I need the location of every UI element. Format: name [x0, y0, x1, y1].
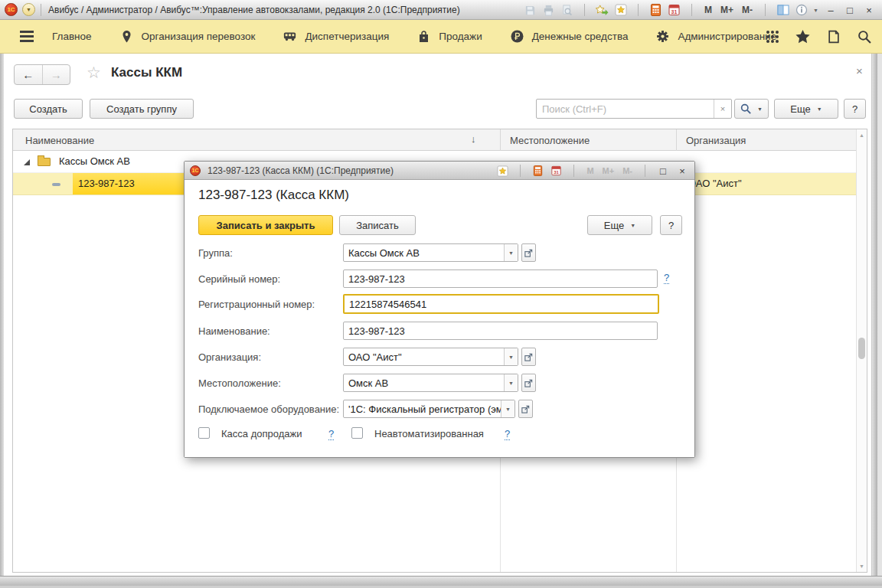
split-window-icon[interactable] [776, 4, 789, 17]
scrollbar-thumb[interactable] [858, 338, 865, 359]
favorites-add-icon[interactable] [614, 4, 627, 17]
equipment-value: '1С: Фискальный регистратор (эм [344, 400, 501, 417]
table-header: Наименование Местоположение Организация … [13, 129, 856, 151]
more-button[interactable]: Еще ▼ [774, 99, 838, 119]
nonautomated-help-link[interactable]: ? [505, 428, 510, 440]
create-button[interactable]: Создать [14, 99, 83, 119]
window-scrollbar-track[interactable] [871, 54, 877, 576]
search-icon [740, 103, 751, 114]
info-dropdown-icon[interactable]: ▼ [813, 8, 818, 13]
scroll-up-icon[interactable]: ▲ [857, 132, 867, 138]
dialog-help-button[interactable]: ? [660, 215, 682, 235]
search-clear-icon[interactable]: × [714, 100, 731, 118]
chevron-down-icon[interactable]: ▼ [504, 348, 518, 365]
location-open-button[interactable] [521, 374, 536, 392]
search-options-button[interactable]: ▼ [734, 99, 769, 119]
chevron-down-icon[interactable]: ▼ [501, 400, 514, 417]
calculator-icon[interactable] [531, 165, 544, 178]
gear-icon [656, 30, 669, 43]
column-header-organization[interactable]: Организация [686, 129, 746, 151]
group-open-button[interactable] [521, 243, 536, 262]
back-button[interactable]: ← [15, 65, 43, 84]
print-preview-icon[interactable] [560, 4, 573, 17]
page-close-icon[interactable]: × [856, 64, 863, 77]
equipment-combobox[interactable]: '1С: Фискальный регистратор (эм ▼ [343, 400, 515, 418]
favorite-star-icon[interactable]: ☆ [87, 64, 101, 82]
calendar-icon[interactable]: 31 [668, 4, 681, 17]
favorites-add-icon[interactable] [496, 165, 509, 178]
favorites-go-icon[interactable] [596, 4, 609, 17]
system-menu-button[interactable]: ▼ [22, 3, 35, 16]
group-label: Группа: [198, 247, 233, 259]
shopping-bag-icon [417, 30, 430, 43]
minimize-icon[interactable]: – [824, 5, 838, 16]
group-combobox[interactable]: Кассы Омск АВ ▼ [343, 243, 518, 262]
serial-input[interactable] [343, 270, 658, 288]
save-icon[interactable] [524, 4, 537, 17]
open-icon [524, 352, 534, 362]
favorites-star-icon[interactable] [795, 30, 810, 44]
nonautomated-checkbox[interactable] [351, 427, 363, 439]
search-input[interactable] [537, 100, 714, 118]
chevron-down-icon[interactable]: ▼ [504, 374, 518, 391]
location-combobox[interactable]: Омск АВ ▼ [343, 374, 518, 392]
dialog-titlebar[interactable]: 1С 123-987-123 (Касса ККМ) (1С:Предприят… [185, 162, 694, 180]
group-value: Кассы Омск АВ [344, 244, 504, 261]
help-button[interactable]: ? [844, 99, 866, 119]
organization-value: ОАО "Аист" [344, 348, 504, 365]
svg-text:31: 31 [554, 170, 560, 175]
serial-help-link[interactable]: ? [664, 272, 669, 284]
history-icon[interactable] [826, 30, 841, 44]
dialog-more-button[interactable]: Еще ▼ [587, 215, 652, 235]
main-menu-icon[interactable] [20, 31, 34, 42]
create-group-button[interactable]: Создать группу [90, 99, 194, 119]
chevron-down-icon: ▼ [630, 223, 635, 228]
dialog-body: 123-987-123 (Касса ККМ) Записать и закры… [185, 180, 694, 457]
info-icon[interactable] [795, 4, 808, 17]
close-icon[interactable]: × [862, 5, 876, 16]
menu-item-administration[interactable]: Администрирование [656, 30, 776, 43]
menu-item-sales[interactable]: Продажи [417, 30, 482, 43]
kkm-dialog: 1С 123-987-123 (Касса ККМ) (1С:Предприят… [184, 161, 695, 458]
upsale-help-link[interactable]: ? [328, 428, 334, 440]
list-scrollbar[interactable]: ▲ ▼ [856, 129, 867, 572]
name-input[interactable] [343, 322, 658, 340]
organization-combobox[interactable]: ОАО "Аист" ▼ [343, 348, 518, 366]
search-field-group: × [536, 99, 732, 119]
forward-button[interactable]: → [43, 65, 70, 84]
memory-store-button[interactable]: M [703, 5, 714, 15]
maximize-icon[interactable]: □ [843, 5, 857, 16]
apps-grid-icon[interactable] [765, 30, 779, 44]
memory-plus-button[interactable]: M+ [719, 5, 735, 15]
menu-item-main[interactable]: Главное [52, 31, 92, 42]
menu-item-transport[interactable]: Организация перевозок [120, 30, 256, 43]
menu-item-money[interactable]: Денежные средства [511, 30, 629, 43]
print-icon[interactable] [542, 4, 555, 17]
window-frame-bottom [0, 576, 882, 588]
chevron-down-icon[interactable]: ▼ [504, 244, 518, 261]
tree-expand-icon[interactable] [24, 159, 30, 165]
maximize-icon[interactable]: □ [656, 165, 670, 177]
bus-icon [283, 30, 296, 43]
svg-text:31: 31 [671, 9, 678, 15]
save-button[interactable]: Записать [339, 215, 416, 235]
application-window: 1С ▼ Авибус / Администратор / Авибус™:Уп… [0, 0, 882, 588]
scroll-down-icon[interactable]: ▼ [857, 564, 867, 569]
menu-item-dispatch[interactable]: Диспетчеризация [283, 30, 389, 43]
regnumber-input[interactable] [343, 294, 659, 314]
group-name: Кассы Омск АВ [59, 155, 130, 167]
memory-minus-button[interactable]: M- [740, 5, 754, 15]
upsale-checkbox[interactable] [198, 427, 210, 439]
name-label: Наименование: [198, 325, 270, 337]
column-header-location[interactable]: Местоположение [510, 129, 590, 151]
history-nav-group: ← → [14, 64, 70, 85]
organization-open-button[interactable] [521, 348, 536, 366]
save-close-button[interactable]: Записать и закрыть [198, 215, 333, 235]
equipment-open-button[interactable] [518, 400, 533, 418]
column-header-name[interactable]: Наименование [25, 129, 94, 151]
search-icon[interactable] [857, 30, 871, 44]
divider [645, 165, 645, 177]
calendar-icon[interactable]: 31 [550, 165, 563, 178]
calculator-icon[interactable] [649, 4, 662, 17]
close-icon[interactable]: × [675, 165, 689, 177]
